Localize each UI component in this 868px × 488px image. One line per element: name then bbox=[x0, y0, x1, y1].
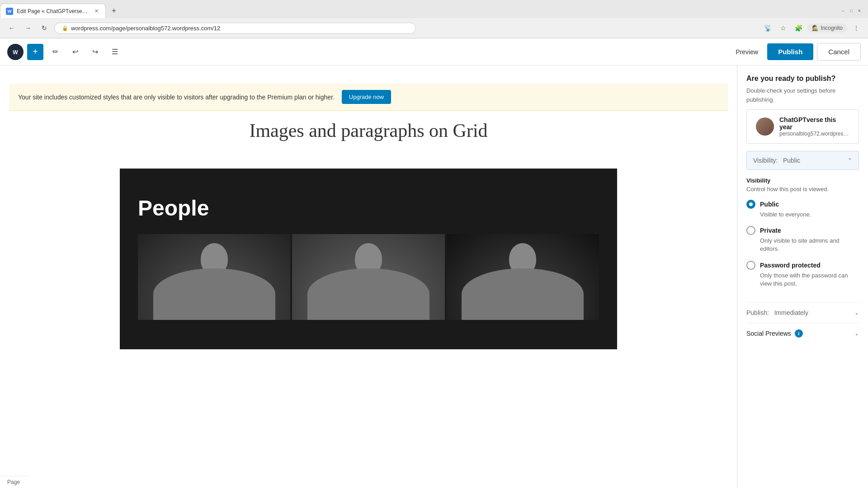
publish-text: Publish: bbox=[746, 309, 769, 316]
tab-title: Edit Page « ChatGPTverse this ye... bbox=[17, 8, 89, 14]
bookmark-button[interactable]: ☆ bbox=[777, 22, 789, 34]
radio-row-password: Password protected bbox=[746, 261, 859, 270]
close-tab-button[interactable]: ✕ bbox=[93, 8, 100, 15]
social-chevron-icon: ⌄ bbox=[854, 330, 859, 337]
social-previews-section[interactable]: Social Previews i ⌄ bbox=[746, 323, 859, 344]
details-button[interactable]: ☰ bbox=[107, 44, 123, 60]
minimize-button[interactable]: ─ bbox=[840, 8, 846, 14]
url-text: wordpress.com/page/personalblog572.wordp… bbox=[71, 25, 220, 32]
back-button[interactable]: ← bbox=[5, 22, 18, 34]
section-heading: People bbox=[138, 196, 599, 221]
wp-editor: W + ✏ ↩ ↪ ☰ Preview Publish Cancel Your … bbox=[0, 38, 868, 488]
radio-option-private: Private Only visible to site admins and … bbox=[746, 226, 859, 253]
page-title: Images and paragraphs on Grid bbox=[129, 120, 608, 141]
editor-main: Your site includes customized styles tha… bbox=[0, 66, 737, 488]
blog-card[interactable]: ChatGPTverse this year personalblog572.w… bbox=[746, 109, 859, 144]
visibility-control-desc: Control how this post is viewed. bbox=[746, 186, 859, 192]
tools-button[interactable]: ✏ bbox=[47, 44, 63, 60]
right-panel: Are you ready to publish? Double-check y… bbox=[737, 66, 868, 488]
add-block-button[interactable]: + bbox=[27, 44, 43, 60]
blog-name: ChatGPTverse this year bbox=[779, 116, 849, 131]
radio-row-private: Private bbox=[746, 226, 859, 235]
page-footer-bar: Page bbox=[0, 476, 27, 488]
publish-button[interactable]: Publish bbox=[767, 43, 813, 60]
footer-page-label: Page bbox=[7, 479, 20, 485]
visibility-desc: Visibility bbox=[746, 177, 859, 184]
person-photo-2 bbox=[292, 234, 444, 320]
upgrade-button[interactable]: Upgrade now bbox=[342, 90, 391, 104]
radio-option-public: Public Visible to everyone. bbox=[746, 200, 859, 219]
refresh-button[interactable]: ↻ bbox=[38, 22, 51, 34]
window-controls: ─ □ ✕ bbox=[840, 8, 868, 14]
radio-password-desc: Only those with the password can view th… bbox=[760, 272, 859, 288]
social-row: Social Previews i bbox=[746, 329, 803, 338]
radio-private[interactable] bbox=[746, 226, 755, 235]
browser-nav: ← → ↻ 🔒 wordpress.com/page/personalblog5… bbox=[0, 18, 868, 38]
new-tab-button[interactable]: + bbox=[108, 5, 120, 17]
incognito-label: Incognito bbox=[821, 25, 843, 31]
person-photo-1 bbox=[138, 234, 290, 320]
radio-password-label: Password protected bbox=[760, 262, 821, 269]
nav-actions: 📡 ☆ 🧩 🕵 Incognito ⋮ bbox=[761, 22, 863, 34]
blog-avatar bbox=[756, 117, 774, 136]
panel-header: Are you ready to publish? Double-check y… bbox=[737, 66, 868, 109]
undo-button[interactable]: ↩ bbox=[67, 44, 83, 60]
preview-button[interactable]: Preview bbox=[730, 45, 764, 59]
svg-text:W: W bbox=[13, 49, 18, 56]
radio-public-label: Public bbox=[760, 201, 779, 208]
address-bar[interactable]: 🔒 wordpress.com/page/personalblog572.wor… bbox=[54, 23, 416, 34]
chevron-up-icon: ⌃ bbox=[848, 157, 852, 164]
visibility-value: Public bbox=[783, 157, 800, 164]
incognito-badge: 🕵 Incognito bbox=[807, 23, 847, 33]
person-photo-3 bbox=[447, 234, 599, 320]
visibility-header[interactable]: Visibility: Public ⌃ bbox=[746, 151, 859, 170]
browser-chrome: W Edit Page « ChatGPTverse this ye... ✕ … bbox=[0, 0, 868, 38]
radio-public[interactable] bbox=[746, 200, 755, 209]
cast-button[interactable]: 📡 bbox=[761, 22, 774, 34]
person-silhouette-3 bbox=[447, 234, 599, 320]
extensions-button[interactable]: 🧩 bbox=[792, 22, 805, 34]
forward-button[interactable]: → bbox=[22, 22, 34, 34]
more-button[interactable]: ⋮ bbox=[850, 22, 863, 34]
tab-favicon: W bbox=[6, 8, 13, 15]
social-label: Social Previews bbox=[746, 330, 791, 337]
restore-button[interactable]: □ bbox=[848, 8, 854, 14]
blog-info: ChatGPTverse this year personalblog572.w… bbox=[779, 116, 849, 137]
active-tab[interactable]: W Edit Page « ChatGPTverse this ye... ✕ bbox=[0, 4, 106, 18]
publish-section: Publish: Immediately ⌄ bbox=[746, 302, 859, 323]
blog-avatar-image bbox=[756, 117, 774, 136]
people-grid bbox=[138, 234, 599, 320]
visibility-section: Visibility: Public ⌃ Visibility Control … bbox=[737, 151, 868, 302]
radio-password[interactable] bbox=[746, 261, 755, 270]
panel-subtitle: Double-check your settings before publis… bbox=[746, 86, 859, 104]
social-info-icon: i bbox=[795, 329, 803, 338]
radio-private-label: Private bbox=[760, 227, 781, 234]
blog-url: personalblog572.wordpress.com bbox=[779, 131, 849, 137]
incognito-icon: 🕵 bbox=[812, 25, 819, 31]
lock-icon: 🔒 bbox=[62, 25, 68, 31]
visibility-expanded: Visibility Control how this post is view… bbox=[746, 177, 859, 288]
editor-body: Your site includes customized styles tha… bbox=[0, 66, 868, 488]
radio-option-password: Password protected Only those with the p… bbox=[746, 261, 859, 288]
wp-logo[interactable]: W bbox=[7, 44, 24, 60]
tab-bar: W Edit Page « ChatGPTverse this ye... ✕ … bbox=[0, 0, 868, 18]
cancel-button[interactable]: Cancel bbox=[817, 43, 861, 61]
radio-public-desc: Visible to everyone. bbox=[760, 211, 859, 219]
publish-value: Immediately bbox=[774, 309, 808, 316]
notification-text: Your site includes customized styles tha… bbox=[18, 94, 335, 101]
page-title-area: Images and paragraphs on Grid bbox=[120, 111, 617, 150]
person-silhouette-1 bbox=[138, 234, 290, 320]
page-content: Images and paragraphs on Grid People bbox=[120, 111, 617, 349]
publish-label: Publish: Immediately bbox=[746, 309, 808, 316]
publish-row[interactable]: Publish: Immediately ⌄ bbox=[746, 309, 859, 316]
close-button[interactable]: ✕ bbox=[856, 8, 863, 14]
wp-toolbar: W + ✏ ↩ ↪ ☰ Preview Publish Cancel bbox=[0, 38, 868, 66]
visibility-label: Visibility: bbox=[753, 157, 778, 164]
publish-chevron-icon: ⌄ bbox=[854, 310, 859, 316]
radio-private-desc: Only visible to site admins and editors. bbox=[760, 237, 859, 253]
notification-banner: Your site includes customized styles tha… bbox=[9, 84, 728, 111]
dark-section: People bbox=[120, 169, 617, 349]
redo-button[interactable]: ↪ bbox=[87, 44, 103, 60]
person-silhouette-2 bbox=[292, 234, 444, 320]
visibility-header-text: Visibility: Public bbox=[753, 157, 800, 164]
